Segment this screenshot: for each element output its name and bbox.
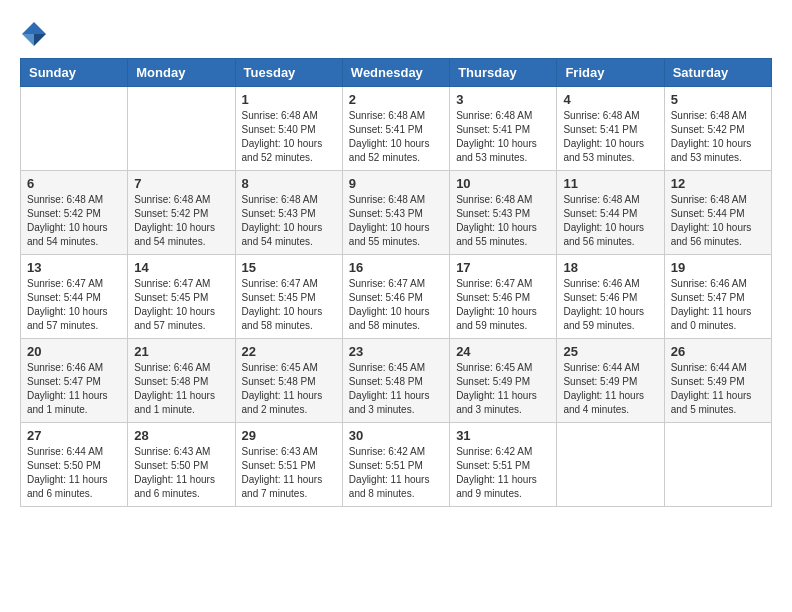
day-number: 19 [671, 260, 765, 275]
calendar-cell [128, 87, 235, 171]
day-number: 26 [671, 344, 765, 359]
day-info: Sunrise: 6:46 AM Sunset: 5:48 PM Dayligh… [134, 361, 228, 417]
day-number: 4 [563, 92, 657, 107]
day-number: 29 [242, 428, 336, 443]
calendar-week-4: 20Sunrise: 6:46 AM Sunset: 5:47 PM Dayli… [21, 339, 772, 423]
day-number: 15 [242, 260, 336, 275]
day-number: 8 [242, 176, 336, 191]
day-info: Sunrise: 6:48 AM Sunset: 5:42 PM Dayligh… [134, 193, 228, 249]
calendar-cell: 29Sunrise: 6:43 AM Sunset: 5:51 PM Dayli… [235, 423, 342, 507]
day-info: Sunrise: 6:47 AM Sunset: 5:46 PM Dayligh… [456, 277, 550, 333]
calendar-cell: 10Sunrise: 6:48 AM Sunset: 5:43 PM Dayli… [450, 171, 557, 255]
day-info: Sunrise: 6:47 AM Sunset: 5:46 PM Dayligh… [349, 277, 443, 333]
calendar-cell [21, 87, 128, 171]
calendar-cell: 27Sunrise: 6:44 AM Sunset: 5:50 PM Dayli… [21, 423, 128, 507]
day-info: Sunrise: 6:48 AM Sunset: 5:41 PM Dayligh… [456, 109, 550, 165]
day-number: 11 [563, 176, 657, 191]
day-number: 28 [134, 428, 228, 443]
day-number: 20 [27, 344, 121, 359]
day-number: 2 [349, 92, 443, 107]
day-number: 1 [242, 92, 336, 107]
day-number: 25 [563, 344, 657, 359]
day-info: Sunrise: 6:47 AM Sunset: 5:44 PM Dayligh… [27, 277, 121, 333]
calendar-header-row: SundayMondayTuesdayWednesdayThursdayFrid… [21, 59, 772, 87]
calendar-cell: 21Sunrise: 6:46 AM Sunset: 5:48 PM Dayli… [128, 339, 235, 423]
col-header-friday: Friday [557, 59, 664, 87]
calendar-cell: 23Sunrise: 6:45 AM Sunset: 5:48 PM Dayli… [342, 339, 449, 423]
calendar-cell: 18Sunrise: 6:46 AM Sunset: 5:46 PM Dayli… [557, 255, 664, 339]
day-info: Sunrise: 6:48 AM Sunset: 5:44 PM Dayligh… [563, 193, 657, 249]
day-info: Sunrise: 6:42 AM Sunset: 5:51 PM Dayligh… [349, 445, 443, 501]
calendar-cell: 11Sunrise: 6:48 AM Sunset: 5:44 PM Dayli… [557, 171, 664, 255]
day-number: 13 [27, 260, 121, 275]
day-number: 18 [563, 260, 657, 275]
logo [20, 20, 52, 48]
day-number: 14 [134, 260, 228, 275]
calendar-week-3: 13Sunrise: 6:47 AM Sunset: 5:44 PM Dayli… [21, 255, 772, 339]
calendar-cell: 26Sunrise: 6:44 AM Sunset: 5:49 PM Dayli… [664, 339, 771, 423]
day-info: Sunrise: 6:47 AM Sunset: 5:45 PM Dayligh… [134, 277, 228, 333]
calendar-cell: 13Sunrise: 6:47 AM Sunset: 5:44 PM Dayli… [21, 255, 128, 339]
calendar-cell: 22Sunrise: 6:45 AM Sunset: 5:48 PM Dayli… [235, 339, 342, 423]
day-info: Sunrise: 6:44 AM Sunset: 5:49 PM Dayligh… [563, 361, 657, 417]
col-header-monday: Monday [128, 59, 235, 87]
day-number: 21 [134, 344, 228, 359]
logo-icon [20, 20, 48, 48]
calendar-cell: 28Sunrise: 6:43 AM Sunset: 5:50 PM Dayli… [128, 423, 235, 507]
day-info: Sunrise: 6:45 AM Sunset: 5:48 PM Dayligh… [349, 361, 443, 417]
calendar-cell: 7Sunrise: 6:48 AM Sunset: 5:42 PM Daylig… [128, 171, 235, 255]
col-header-sunday: Sunday [21, 59, 128, 87]
calendar-cell: 25Sunrise: 6:44 AM Sunset: 5:49 PM Dayli… [557, 339, 664, 423]
day-number: 31 [456, 428, 550, 443]
day-number: 10 [456, 176, 550, 191]
calendar-cell [557, 423, 664, 507]
day-number: 5 [671, 92, 765, 107]
calendar-cell: 19Sunrise: 6:46 AM Sunset: 5:47 PM Dayli… [664, 255, 771, 339]
calendar-week-2: 6Sunrise: 6:48 AM Sunset: 5:42 PM Daylig… [21, 171, 772, 255]
day-number: 3 [456, 92, 550, 107]
day-info: Sunrise: 6:46 AM Sunset: 5:47 PM Dayligh… [671, 277, 765, 333]
day-info: Sunrise: 6:48 AM Sunset: 5:41 PM Dayligh… [349, 109, 443, 165]
day-info: Sunrise: 6:43 AM Sunset: 5:50 PM Dayligh… [134, 445, 228, 501]
day-number: 17 [456, 260, 550, 275]
calendar-cell: 9Sunrise: 6:48 AM Sunset: 5:43 PM Daylig… [342, 171, 449, 255]
calendar-cell: 2Sunrise: 6:48 AM Sunset: 5:41 PM Daylig… [342, 87, 449, 171]
calendar-table: SundayMondayTuesdayWednesdayThursdayFrid… [20, 58, 772, 507]
calendar-cell: 12Sunrise: 6:48 AM Sunset: 5:44 PM Dayli… [664, 171, 771, 255]
day-number: 23 [349, 344, 443, 359]
day-number: 6 [27, 176, 121, 191]
day-info: Sunrise: 6:48 AM Sunset: 5:41 PM Dayligh… [563, 109, 657, 165]
day-number: 7 [134, 176, 228, 191]
svg-marker-1 [34, 34, 46, 46]
svg-marker-2 [22, 34, 34, 46]
day-number: 27 [27, 428, 121, 443]
day-info: Sunrise: 6:46 AM Sunset: 5:47 PM Dayligh… [27, 361, 121, 417]
day-info: Sunrise: 6:45 AM Sunset: 5:48 PM Dayligh… [242, 361, 336, 417]
day-info: Sunrise: 6:48 AM Sunset: 5:44 PM Dayligh… [671, 193, 765, 249]
calendar-cell: 3Sunrise: 6:48 AM Sunset: 5:41 PM Daylig… [450, 87, 557, 171]
day-number: 9 [349, 176, 443, 191]
calendar-week-1: 1Sunrise: 6:48 AM Sunset: 5:40 PM Daylig… [21, 87, 772, 171]
calendar-cell: 17Sunrise: 6:47 AM Sunset: 5:46 PM Dayli… [450, 255, 557, 339]
calendar-cell: 5Sunrise: 6:48 AM Sunset: 5:42 PM Daylig… [664, 87, 771, 171]
calendar-cell: 16Sunrise: 6:47 AM Sunset: 5:46 PM Dayli… [342, 255, 449, 339]
calendar-cell: 6Sunrise: 6:48 AM Sunset: 5:42 PM Daylig… [21, 171, 128, 255]
day-info: Sunrise: 6:44 AM Sunset: 5:49 PM Dayligh… [671, 361, 765, 417]
day-info: Sunrise: 6:46 AM Sunset: 5:46 PM Dayligh… [563, 277, 657, 333]
day-number: 24 [456, 344, 550, 359]
calendar-cell: 1Sunrise: 6:48 AM Sunset: 5:40 PM Daylig… [235, 87, 342, 171]
day-info: Sunrise: 6:48 AM Sunset: 5:43 PM Dayligh… [349, 193, 443, 249]
day-number: 16 [349, 260, 443, 275]
calendar-cell: 31Sunrise: 6:42 AM Sunset: 5:51 PM Dayli… [450, 423, 557, 507]
calendar-cell: 14Sunrise: 6:47 AM Sunset: 5:45 PM Dayli… [128, 255, 235, 339]
day-number: 12 [671, 176, 765, 191]
day-number: 30 [349, 428, 443, 443]
day-info: Sunrise: 6:42 AM Sunset: 5:51 PM Dayligh… [456, 445, 550, 501]
calendar-cell: 8Sunrise: 6:48 AM Sunset: 5:43 PM Daylig… [235, 171, 342, 255]
calendar-cell: 30Sunrise: 6:42 AM Sunset: 5:51 PM Dayli… [342, 423, 449, 507]
day-info: Sunrise: 6:48 AM Sunset: 5:40 PM Dayligh… [242, 109, 336, 165]
col-header-wednesday: Wednesday [342, 59, 449, 87]
day-info: Sunrise: 6:47 AM Sunset: 5:45 PM Dayligh… [242, 277, 336, 333]
day-info: Sunrise: 6:43 AM Sunset: 5:51 PM Dayligh… [242, 445, 336, 501]
day-info: Sunrise: 6:48 AM Sunset: 5:43 PM Dayligh… [242, 193, 336, 249]
